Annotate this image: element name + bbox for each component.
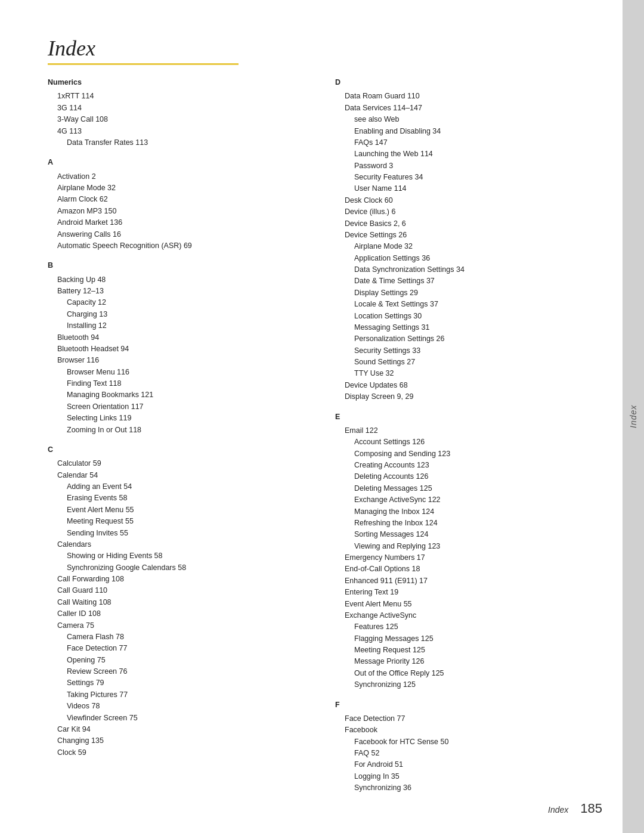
index-entry: Features 125 bbox=[335, 621, 599, 633]
index-entry: Message Priority 126 bbox=[335, 656, 599, 667]
index-entry: User Name 114 bbox=[335, 183, 599, 194]
index-entry: Creating Accounts 123 bbox=[335, 460, 599, 471]
index-entry: Caller ID 108 bbox=[48, 608, 311, 620]
index-entry: Event Alert Menu 55 bbox=[335, 599, 599, 610]
index-entry: Synchronizing 36 bbox=[335, 782, 599, 794]
index-entry: Call Guard 110 bbox=[48, 585, 311, 596]
index-entry: Application Settings 36 bbox=[335, 253, 599, 264]
index-entry: Deleting Messages 125 bbox=[335, 483, 599, 494]
index-entry: Call Waiting 108 bbox=[48, 597, 311, 608]
index-entry: Flagging Messages 125 bbox=[335, 633, 599, 645]
index-entry: Device Settings 26 bbox=[335, 230, 599, 241]
index-entry: 1xRTT 114 bbox=[48, 91, 311, 102]
index-entry: Messaging Settings 31 bbox=[335, 322, 599, 333]
index-entry: Out of the Office Reply 125 bbox=[335, 668, 599, 679]
main-content: Index Numerics1xRTT 1143G 1143-Way Call … bbox=[0, 0, 623, 833]
index-entry: Security Features 34 bbox=[335, 172, 599, 183]
index-entry: Calendar 54 bbox=[48, 470, 311, 481]
section-letter: Numerics bbox=[48, 77, 311, 88]
index-entry: FAQs 147 bbox=[335, 137, 599, 148]
index-entry: 4G 113 bbox=[48, 126, 311, 137]
index-entry: 3G 114 bbox=[48, 103, 311, 114]
index-entry: Alarm Clock 62 bbox=[48, 194, 311, 205]
index-entry: Showing or Hiding Events 58 bbox=[48, 550, 311, 562]
title-underline bbox=[48, 63, 239, 65]
index-entry: Amazon MP3 150 bbox=[48, 206, 311, 217]
index-entry: Viewing and Replying 123 bbox=[335, 541, 599, 552]
index-entry: Review Screen 76 bbox=[48, 666, 311, 677]
index-entry: Opening 75 bbox=[48, 655, 311, 666]
index-entry: Password 3 bbox=[335, 160, 599, 172]
index-entry: Sending Invites 55 bbox=[48, 528, 311, 539]
index-entry: Airplane Mode 32 bbox=[335, 241, 599, 252]
index-entry: Entering Text 19 bbox=[335, 587, 599, 598]
index-entry: Changing 135 bbox=[48, 735, 311, 747]
page-container: Index Numerics1xRTT 1143G 1143-Way Call … bbox=[0, 0, 644, 833]
index-entry: Managing the Inbox 124 bbox=[335, 506, 599, 518]
section-letter: A bbox=[48, 157, 311, 168]
index-entry: Data Services 114–147 bbox=[335, 103, 599, 114]
index-entry: Airplane Mode 32 bbox=[48, 182, 311, 194]
right-column: DData Roam Guard 110Data Services 114–14… bbox=[335, 77, 599, 797]
index-entry: Meeting Request 55 bbox=[48, 516, 311, 527]
index-entry: Call Forwarding 108 bbox=[48, 574, 311, 585]
index-entry: Composing and Sending 123 bbox=[335, 448, 599, 460]
index-entry: Exchange ActiveSync 122 bbox=[335, 494, 599, 506]
index-entry: Sorting Messages 124 bbox=[335, 529, 599, 540]
index-entry: Facebook for HTC Sense 50 bbox=[335, 736, 599, 748]
index-entry: Face Detection 77 bbox=[335, 713, 599, 724]
index-entry: Installing 12 bbox=[48, 320, 311, 332]
index-entry: Display Screen 9, 29 bbox=[335, 391, 599, 402]
index-entry: Desk Clock 60 bbox=[335, 195, 599, 206]
index-entry: Launching the Web 114 bbox=[335, 148, 599, 160]
index-entry: Event Alert Menu 55 bbox=[48, 504, 311, 516]
index-entry: End-of-Call Options 18 bbox=[335, 563, 599, 575]
side-tab: Index bbox=[623, 0, 644, 833]
section-letter: D bbox=[335, 77, 599, 88]
index-entry: Meeting Request 125 bbox=[335, 645, 599, 656]
index-entry: Deleting Accounts 126 bbox=[335, 471, 599, 482]
index-entry: see also Web bbox=[335, 114, 599, 125]
index-entry: Enabling and Disabling 34 bbox=[335, 126, 599, 137]
index-entry: Erasing Events 58 bbox=[48, 493, 311, 504]
index-entry: Personalization Settings 26 bbox=[335, 333, 599, 345]
index-entry: For Android 51 bbox=[335, 759, 599, 770]
index-entry: Adding an Event 54 bbox=[48, 481, 311, 493]
index-entry: Capacity 12 bbox=[48, 297, 311, 308]
index-entry: Managing Bookmarks 121 bbox=[48, 389, 311, 401]
index-entry: Bluetooth 94 bbox=[48, 332, 311, 343]
two-columns: Numerics1xRTT 1143G 1143-Way Call 1084G … bbox=[48, 77, 599, 797]
index-entry: Sound Settings 27 bbox=[335, 357, 599, 368]
index-entry: TTY Use 32 bbox=[335, 368, 599, 379]
index-entry: Logging In 35 bbox=[335, 771, 599, 782]
index-entry: Car Kit 94 bbox=[48, 724, 311, 735]
index-entry: Browser 116 bbox=[48, 355, 311, 366]
index-entry: Data Synchronization Settings 34 bbox=[335, 264, 599, 275]
index-entry: Facebook bbox=[335, 724, 599, 736]
index-entry: 3-Way Call 108 bbox=[48, 114, 311, 125]
footer-label: Index bbox=[548, 805, 568, 815]
index-entry: FAQ 52 bbox=[335, 748, 599, 759]
index-entry: Device (illus.) 6 bbox=[335, 206, 599, 218]
index-entry: Zooming In or Out 118 bbox=[48, 425, 311, 436]
index-entry: Charging 13 bbox=[48, 309, 311, 320]
index-entry: Viewfinder Screen 75 bbox=[48, 713, 311, 724]
index-entry: Exchange ActiveSync bbox=[335, 610, 599, 621]
index-entry: Date & Time Settings 37 bbox=[335, 275, 599, 287]
index-entry: Calendars bbox=[48, 539, 311, 550]
footer: Index 185 bbox=[548, 801, 602, 816]
index-entry: Data Roam Guard 110 bbox=[335, 91, 599, 102]
footer-number: 185 bbox=[580, 801, 602, 816]
section-letter: E bbox=[335, 411, 599, 423]
index-entry: Synchronizing Google Calendars 58 bbox=[48, 562, 311, 574]
index-entry: Enhanced 911 (E911) 17 bbox=[335, 575, 599, 587]
index-entry: Locale & Text Settings 37 bbox=[335, 299, 599, 310]
left-column: Numerics1xRTT 1143G 1143-Way Call 1084G … bbox=[48, 77, 311, 797]
index-entry: Security Settings 33 bbox=[335, 345, 599, 357]
index-entry: Refreshing the Inbox 124 bbox=[335, 518, 599, 529]
index-entry: Taking Pictures 77 bbox=[48, 689, 311, 701]
index-entry: Data Transfer Rates 113 bbox=[48, 137, 311, 148]
section-letter: F bbox=[335, 699, 599, 711]
index-entry: Calculator 59 bbox=[48, 458, 311, 469]
index-entry: Backing Up 48 bbox=[48, 274, 311, 286]
